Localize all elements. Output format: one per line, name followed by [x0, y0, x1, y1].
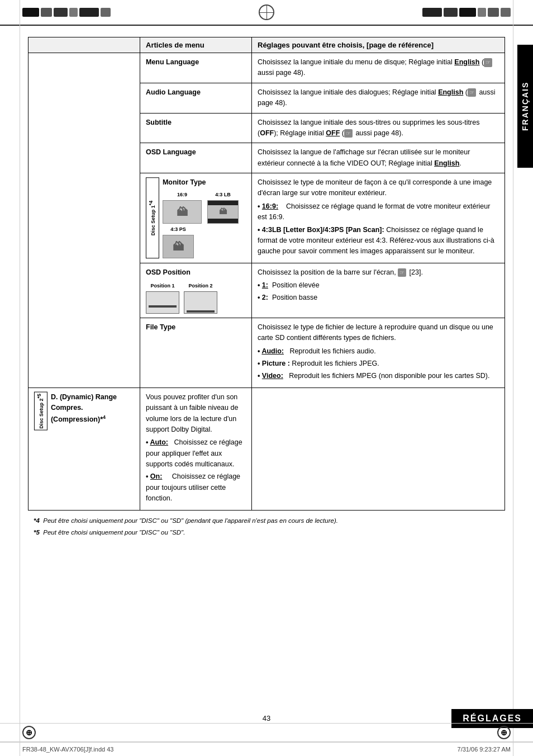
monitor-43lb-group: 4:3 LB 🏔	[207, 191, 239, 224]
off-underline-1: OFF	[326, 129, 340, 137]
subtitle-desc: Choisissez la langue initiale des sous-t…	[252, 113, 505, 143]
bullet-pos1: 1: Position élevée	[258, 280, 499, 291]
audio-language-desc: Choisissez la langue initiale des dialog…	[252, 83, 505, 113]
fn4-ref: *4	[34, 517, 40, 524]
monitor-inner-169: 🏔	[163, 201, 201, 223]
label-169-text: 16:9:	[262, 202, 278, 210]
ps-image-area: 🏔	[163, 235, 193, 258]
person-icon-169: 🏔	[177, 204, 188, 221]
osd-pos1-group: Position 1	[146, 282, 179, 314]
disc-setup-1-cell	[28, 53, 140, 388]
disc-setup-1-label: Disc Setup 1*4	[146, 177, 159, 258]
osd-language-label: OSD Language	[140, 143, 252, 173]
bar-seg-10	[478, 8, 486, 17]
pos2-bar	[187, 310, 215, 313]
bar-seg-8	[444, 8, 458, 17]
dynamic-range-with-disc: Disc Setup 2*5 D. (Dynamic) RangeCompres…	[34, 392, 134, 431]
english-bold-1: English	[454, 58, 479, 66]
monitor-type-heading: Monitor Type	[163, 177, 239, 188]
monitor-type-label: Disc Setup 1*4 Monitor Type 16:9	[140, 173, 252, 263]
monitor-type-desc: Choisissez le type de moniteur de façon …	[252, 173, 505, 263]
audio-label: Audio:	[261, 347, 284, 355]
dynamic-bullets: Auto: Choisissez ce réglage pour appliqu…	[146, 437, 246, 504]
bullet-169: 16:9: Choisissez ce réglage quand le for…	[258, 201, 499, 223]
bar-seg-3	[54, 8, 68, 17]
bar-seg-7	[422, 8, 442, 17]
monitor-box-43lb: 🏔	[207, 200, 239, 224]
osd-diagram: Position 1 Position 2	[146, 282, 246, 314]
english-bold-2: English	[438, 88, 463, 96]
monitor-bullets: 16:9: Choisissez ce réglage quand le for…	[258, 201, 499, 257]
label-169: 16:9	[177, 191, 187, 199]
footnote-4: *4 Peut être choisi uniquement pour "DIS…	[34, 516, 483, 526]
monitor-diagram: 16:9 🏔	[163, 191, 239, 258]
table-header-row: Articles de menu Réglages pouvant être c…	[28, 37, 505, 53]
bar-seg-11	[488, 8, 499, 17]
footnotes: *4 Peut être choisi uniquement pour "DIS…	[28, 516, 488, 538]
pos1-label-text: 1:	[262, 281, 268, 289]
bar-group-right	[422, 8, 511, 17]
th-spacer	[28, 37, 140, 53]
sidebar-label: FRANÇAIS	[517, 45, 533, 168]
pos1-bar	[149, 305, 177, 308]
osd-pos2-label: Position 2	[188, 282, 212, 290]
subtitle-label: Subtitle	[140, 113, 252, 143]
disc-setup-2-label: Disc Setup 2*5	[34, 392, 47, 431]
fn5-text: Peut être choisi uniquement pour "DISC" …	[43, 529, 185, 536]
picture-label: Picture :	[262, 360, 290, 367]
monitor-row-1: 16:9 🏔	[163, 191, 239, 224]
ref-icon-4: ☞	[398, 268, 406, 277]
footer-right-text: 7/31/06 9:23:27 AM	[458, 746, 511, 753]
off-bold-1: OFF	[260, 129, 274, 137]
monitor-row-2: 4:3 PS 🏔	[163, 226, 239, 258]
dynamic-range-label: Disc Setup 2*5 D. (Dynamic) RangeCompres…	[28, 388, 140, 510]
bar-seg-1	[22, 8, 39, 17]
file-type-bullets: Audio: Reproduit les fichiers audio. Pic…	[258, 346, 499, 382]
osd-bullets: 1: Position élevée 2: Position basse	[258, 280, 499, 304]
monitor-box-43ps: 🏔	[163, 235, 194, 258]
bar-seg-4	[69, 8, 78, 17]
pos1-box	[146, 291, 179, 314]
monitor-inner-43ps: 🏔	[163, 235, 193, 258]
page-footer-area: ⊕ ⊕ FR38-48_KW-AVX706[J]f.indd 43 7/31/0…	[0, 723, 533, 756]
bullet-on: On: Choisissez ce réglage pour toujours …	[146, 471, 246, 504]
page-wrapper: FRANÇAIS Articles de menu Réglages pouva…	[0, 0, 533, 756]
fn5-ref: *5	[34, 529, 40, 536]
osd-language-desc: Choisissez la langue de l'affichage sur …	[252, 143, 505, 173]
label-43-text: 4:3LB [Letter Box]/4:3PS [Pan Scan]:	[262, 226, 384, 234]
footnote-5: *5 Peut être choisi uniquement pour "DIS…	[34, 528, 483, 537]
osd-position-label: OSD Position Position 1 Position 2	[140, 263, 252, 318]
audio-language-label: Audio Language	[140, 83, 252, 113]
on-label: On:	[150, 472, 163, 480]
bullet-auto: Auto: Choisissez ce réglage pour appliqu…	[146, 437, 246, 470]
ref-icon-3: ☞	[344, 129, 353, 138]
bar-seg-6	[101, 8, 111, 17]
bar-seg-12	[501, 8, 511, 17]
dynamic-range-text: D. (Dynamic) RangeCompres. (Compression)…	[51, 392, 134, 425]
monitor-type-content: Monitor Type 16:9	[163, 177, 239, 258]
monitor-169-group: 16:9 🏔	[163, 191, 202, 224]
person-icon-lb: 🏔	[219, 206, 227, 218]
monitor-box-169: 🏔	[163, 200, 202, 224]
monitor-43ps-group: 4:3 PS 🏔	[163, 226, 194, 258]
ref-icon-1: ☞	[484, 58, 492, 67]
center-crosshair	[259, 4, 274, 20]
bar-seg-9	[459, 8, 476, 17]
main-content: Articles de menu Réglages pouvant être c…	[0, 26, 533, 551]
bottom-crosshair-left: ⊕	[22, 726, 36, 739]
bullet-audio: Audio: Reproduit les fichiers audio.	[258, 346, 499, 357]
file-type-text: File Type	[146, 323, 175, 331]
table-row: Menu Language Choisissez la langue initi…	[28, 53, 505, 83]
menu-language-label: Menu Language	[140, 53, 252, 83]
fn4-text: Peut être choisi uniquement pour "DISC" …	[43, 517, 338, 524]
osd-pos2-group: Position 2	[184, 282, 217, 314]
menu-language-text: Menu Language	[146, 58, 199, 66]
monitor-type-with-disc: Disc Setup 1*4 Monitor Type 16:9	[146, 177, 246, 258]
osd-position-desc: Choisissez la position de la barre sur l…	[252, 263, 505, 318]
black-bar-bottom	[208, 219, 238, 223]
english-bold-3: English	[434, 159, 459, 167]
bullet-43: 4:3LB [Letter Box]/4:3PS [Pan Scan]: Cho…	[258, 225, 499, 257]
table-row: Disc Setup 2*5 D. (Dynamic) RangeCompres…	[28, 388, 505, 510]
bar-seg-2	[41, 8, 52, 17]
person-icon-ps: 🏔	[173, 238, 184, 256]
